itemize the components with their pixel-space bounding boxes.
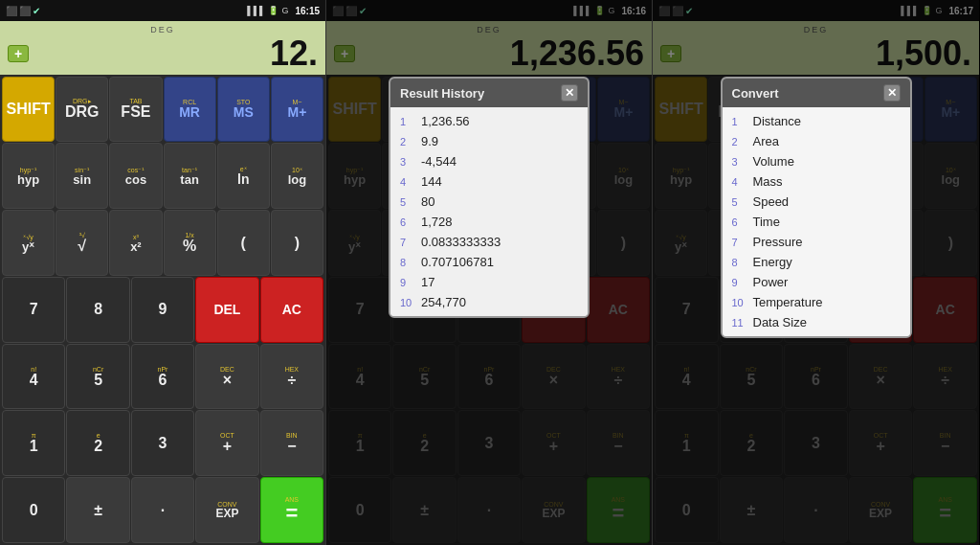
add-btn[interactable]: OCT + <box>195 410 258 476</box>
btn-6[interactable]: nPr 6 <box>131 344 194 410</box>
history-item-4[interactable]: 4 144 <box>390 171 588 192</box>
history-item-9[interactable]: 9 17 <box>390 272 588 292</box>
btn-1[interactable]: π 1 <box>2 410 65 476</box>
btn-row-0: SHIFT DRG▸ DRG TAB FSE RCL MR STO MS M− … <box>2 77 323 143</box>
modal-body-convert: 1 Distance 2 Area 3 Volume 4 Mass 5 Sp <box>723 107 910 336</box>
del-label: DEL <box>213 303 240 316</box>
btn-8[interactable]: 8 <box>66 277 129 343</box>
sin-label: sin <box>73 173 91 186</box>
history-num-1: 1 <box>400 116 413 127</box>
usb-icon: ⬛ <box>6 6 17 16</box>
tan-btn[interactable]: tan⁻¹ tan <box>164 143 216 209</box>
btn-4[interactable]: n! 4 <box>2 344 65 410</box>
hyp-btn[interactable]: hyp⁻¹ hyp <box>2 143 55 209</box>
ms-btn[interactable]: STO MS <box>217 77 270 143</box>
status-left-icons: ⬛ ⬛ ✔ <box>6 6 244 16</box>
btn-row-3: 7 8 9 DEL AC <box>2 277 323 343</box>
calculator-panel-3: ⬛ ⬛ ✔ ▌▌▌ 🔋 G 16:17 DEG + 1,500. SHIFT D… <box>653 0 979 545</box>
modal-header-history: Result History ✕ <box>390 79 588 107</box>
history-val-10: 254,770 <box>421 295 466 309</box>
ac-btn[interactable]: AC <box>260 277 323 343</box>
cos-btn[interactable]: cos⁻¹ cos <box>109 143 162 209</box>
log-btn[interactable]: 10ˣ log <box>271 143 323 209</box>
convert-volume[interactable]: 3 Volume <box>723 151 910 171</box>
history-val-5: 80 <box>421 194 434 209</box>
btn-row-2: ˣ√y yˣ ³√ √ x³ x² 1/x % ( ) <box>2 210 323 276</box>
dot-btn[interactable]: · <box>131 477 194 543</box>
history-item-10[interactable]: 10 254,770 <box>390 292 588 312</box>
modal-body-history: 1 1,236.56 2 9.9 3 -4,544 4 144 5 80 <box>390 107 588 316</box>
ln-btn[interactable]: eˣ ln <box>217 143 270 209</box>
history-item-5[interactable]: 5 80 <box>390 192 588 212</box>
btn-5[interactable]: nCr 5 <box>66 344 129 410</box>
eq-btn[interactable]: ANS = <box>260 477 323 543</box>
signal-icon: ▌▌▌ <box>247 6 265 15</box>
convert-modal: Convert ✕ 1 Distance 2 Area 3 Volume 4 <box>721 77 912 338</box>
history-item-6[interactable]: 6 1,728 <box>390 212 588 232</box>
history-val-8: 0.707106781 <box>421 255 494 269</box>
btn-9[interactable]: 9 <box>131 277 194 343</box>
modal-close-history[interactable]: ✕ <box>561 84 578 102</box>
history-num-5: 5 <box>400 196 413 208</box>
drg-label: DRG <box>65 104 100 120</box>
history-item-1[interactable]: 1 1,236.56 <box>390 111 588 131</box>
convert-pressure[interactable]: 7 Pressure <box>723 232 910 252</box>
del-btn[interactable]: DEL <box>195 277 258 343</box>
calc-display-1: DEG + 12. <box>0 21 325 75</box>
history-item-2[interactable]: 2 9.9 <box>390 131 588 151</box>
fse-btn[interactable]: TAB FSE <box>109 77 162 143</box>
yx-label: yˣ <box>22 240 34 253</box>
plus-button-1[interactable]: + <box>8 45 29 62</box>
btn-3[interactable]: 3 <box>131 410 194 476</box>
shift-btn[interactable]: SHIFT <box>2 77 55 143</box>
history-num-4: 4 <box>400 176 413 188</box>
modal-overlay-history: Result History ✕ 1 1,236.56 2 9.9 3 -4,5… <box>326 0 652 545</box>
battery-icon: 🔋 <box>268 6 278 15</box>
convert-mass[interactable]: 4 Mass <box>723 171 910 192</box>
modal-title-history: Result History <box>400 86 484 101</box>
convert-datasize[interactable]: 11 Data Size <box>723 312 910 332</box>
ln-label: ln <box>237 172 249 186</box>
mr-label: MR <box>179 105 200 119</box>
div-btn[interactable]: HEX ÷ <box>260 344 323 410</box>
modal-close-convert[interactable]: ✕ <box>883 84 901 102</box>
convert-distance[interactable]: 1 Distance <box>723 111 910 131</box>
shift-label: SHIFT <box>6 102 50 117</box>
convert-area[interactable]: 2 Area <box>723 131 910 151</box>
x2-btn[interactable]: x³ x² <box>109 210 162 276</box>
convert-temperature[interactable]: 10 Temperature <box>723 292 910 312</box>
convert-power[interactable]: 9 Power <box>723 272 910 292</box>
history-val-4: 144 <box>421 174 442 189</box>
exp-btn[interactable]: CONV EXP <box>195 477 258 543</box>
sqrt-btn[interactable]: ³√ √ <box>56 210 108 276</box>
yx-btn[interactable]: ˣ√y yˣ <box>2 210 55 276</box>
btn-0[interactable]: 0 <box>2 477 65 543</box>
plusminus-btn[interactable]: ± <box>66 477 129 543</box>
history-item-3[interactable]: 3 -4,544 <box>390 151 588 171</box>
fse-label: FSE <box>121 104 150 120</box>
btn-2[interactable]: e 2 <box>66 410 129 476</box>
history-val-6: 1,728 <box>421 215 453 229</box>
result-history-modal: Result History ✕ 1 1,236.56 2 9.9 3 -4,5… <box>389 77 590 318</box>
btn-7[interactable]: 7 <box>2 277 65 343</box>
sin-btn[interactable]: sin⁻¹ sin <box>56 143 108 209</box>
rparen-btn[interactable]: ) <box>271 210 323 276</box>
history-item-7[interactable]: 7 0.0833333333 <box>390 232 588 252</box>
percent-btn[interactable]: 1/x % <box>164 210 216 276</box>
mr-btn[interactable]: RCL MR <box>164 77 216 143</box>
drg-btn[interactable]: DRG▸ DRG <box>56 77 108 143</box>
modal-overlay-convert: Convert ✕ 1 Distance 2 Area 3 Volume 4 <box>653 0 979 545</box>
convert-energy[interactable]: 8 Energy <box>723 252 910 272</box>
sub-btn[interactable]: BIN − <box>260 410 323 476</box>
ac-label: AC <box>282 303 301 316</box>
mult-btn[interactable]: DEC × <box>195 344 258 410</box>
mplus-btn[interactable]: M− M+ <box>271 77 323 143</box>
sd-icon: ⬛ <box>19 6 31 16</box>
history-item-8[interactable]: 8 0.707106781 <box>390 252 588 272</box>
lparen-btn[interactable]: ( <box>217 210 270 276</box>
wifi-icon: ✔ <box>33 6 40 16</box>
history-val-2: 9.9 <box>421 134 438 148</box>
convert-speed[interactable]: 5 Speed <box>723 192 910 212</box>
btn-row-5: π 1 e 2 3 OCT + BIN − <box>2 410 323 476</box>
convert-time[interactable]: 6 Time <box>723 212 910 232</box>
